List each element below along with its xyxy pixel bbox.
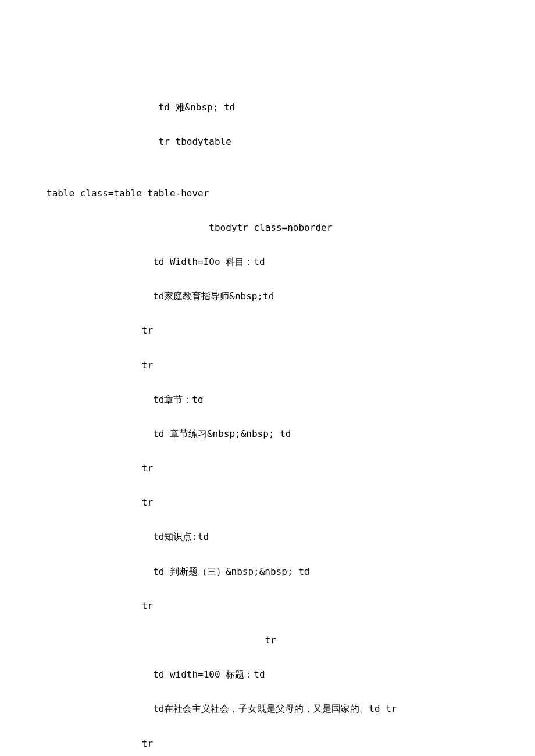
text-line: td 章节练习&nbsp;&nbsp; td	[47, 425, 488, 443]
text-line: tr	[47, 494, 488, 511]
text-line: td 难&nbsp; td	[47, 99, 488, 116]
text-line: tr	[47, 597, 488, 615]
text-line: td章节：td	[47, 391, 488, 409]
document-page: td 难&nbsp; td tr tbodytable table class=…	[0, 0, 535, 756]
text-line: tr	[47, 632, 488, 649]
text-line: td家庭教育指导师&nbsp;td	[47, 288, 488, 305]
text-line: td知识点:td	[47, 528, 488, 546]
text-line: td width=100 标题：td	[47, 666, 488, 683]
text-line: tr	[47, 322, 488, 339]
text-line: tr tbodytable	[47, 133, 488, 151]
text-line: tr	[47, 735, 488, 753]
text-line: td在社会主义社会，子女既是父母的，又是国家的。td tr	[47, 700, 488, 718]
text-line: td 判断题（三）&nbsp;&nbsp; td	[47, 563, 488, 581]
text-line: tbodytr class=noborder	[47, 219, 488, 237]
text-line: table class=table table-hover	[47, 185, 488, 202]
text-line: tr	[47, 460, 488, 477]
text-line: td Width=IOo 科目：td	[47, 253, 488, 271]
text-line: tr	[47, 357, 488, 374]
